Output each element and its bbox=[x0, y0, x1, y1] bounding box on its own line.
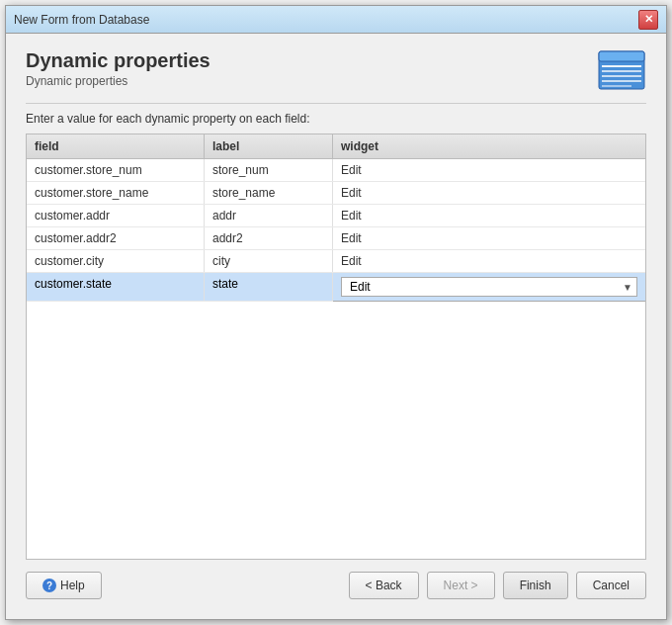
cell-widget: Edit bbox=[333, 227, 645, 249]
header-separator bbox=[26, 103, 646, 104]
svg-rect-2 bbox=[602, 65, 641, 67]
footer: ? Help < Back Next > Finish Cancel bbox=[26, 560, 646, 607]
back-button[interactable]: < Back bbox=[349, 572, 419, 599]
help-icon: ? bbox=[42, 579, 56, 592]
next-button[interactable]: Next > bbox=[427, 572, 495, 599]
table-header: field label widget bbox=[27, 134, 645, 159]
header-section: Dynamic properties Dynamic properties bbox=[26, 49, 646, 91]
main-window: New Form from Database ✕ Dynamic propert… bbox=[5, 5, 667, 620]
cell-widget: Edit bbox=[333, 205, 645, 226]
cell-field: customer.store_num bbox=[27, 159, 205, 181]
finish-label: Finish bbox=[520, 579, 551, 592]
close-button[interactable]: ✕ bbox=[638, 10, 658, 30]
table-body: customer.store_num store_num Edit custom… bbox=[27, 159, 645, 302]
header-text: Dynamic properties Dynamic properties bbox=[26, 49, 210, 88]
page-subtitle: Dynamic properties bbox=[26, 74, 210, 88]
back-label: < Back bbox=[366, 579, 402, 592]
cell-field: customer.city bbox=[27, 250, 205, 272]
cancel-label: Cancel bbox=[593, 579, 630, 592]
title-bar: New Form from Database ✕ bbox=[6, 6, 666, 34]
page-title: Dynamic properties bbox=[26, 49, 210, 72]
cell-widget: Edit bbox=[333, 159, 645, 181]
cell-widget: Edit bbox=[333, 182, 645, 204]
content-area: Dynamic properties Dynamic properties En… bbox=[6, 34, 666, 619]
table-row[interactable]: customer.addr addr Edit bbox=[27, 205, 645, 227]
next-label: Next > bbox=[444, 579, 478, 592]
table-row[interactable]: customer.store_num store_num Edit bbox=[27, 159, 645, 182]
header-icon bbox=[597, 49, 646, 91]
cell-field: customer.addr bbox=[27, 205, 205, 226]
col-field: field bbox=[27, 134, 205, 158]
cell-label: state bbox=[205, 273, 333, 301]
help-label: Help bbox=[60, 579, 85, 592]
window-title: New Form from Database bbox=[14, 13, 638, 27]
cell-label: addr2 bbox=[205, 227, 333, 249]
widget-dropdown-cell[interactable]: Edit ▼ ButtonEdit CheckBox ComboBox Date… bbox=[333, 273, 645, 301]
svg-rect-1 bbox=[599, 51, 644, 61]
cell-label: store_name bbox=[205, 182, 333, 204]
dropdown-arrow-icon: ▼ bbox=[623, 282, 632, 293]
data-table: field label widget customer.store_num st… bbox=[26, 134, 646, 560]
svg-rect-6 bbox=[602, 85, 631, 87]
col-widget: widget bbox=[333, 134, 645, 158]
help-button[interactable]: ? Help bbox=[26, 572, 102, 599]
cell-field: customer.store_name bbox=[27, 182, 205, 204]
table-row-selected[interactable]: customer.state state Edit ▼ ButtonEdit C… bbox=[27, 273, 645, 302]
table-row[interactable]: customer.store_name store_name Edit bbox=[27, 182, 645, 205]
svg-rect-3 bbox=[602, 70, 641, 72]
cell-label: addr bbox=[205, 205, 333, 226]
cell-label: store_num bbox=[205, 159, 333, 181]
cell-field: customer.addr2 bbox=[27, 227, 205, 249]
cancel-button[interactable]: Cancel bbox=[576, 572, 646, 599]
dropdown-selected-value: Edit bbox=[350, 280, 371, 294]
finish-button[interactable]: Finish bbox=[503, 572, 568, 599]
svg-rect-5 bbox=[602, 80, 641, 82]
widget-dropdown-list[interactable]: ButtonEdit CheckBox ComboBox DateEdit Ed… bbox=[333, 301, 645, 302]
widget-dropdown-trigger[interactable]: Edit ▼ bbox=[341, 277, 637, 297]
cell-field: customer.state bbox=[27, 273, 205, 301]
cell-label: city bbox=[205, 250, 333, 272]
footer-left: ? Help bbox=[26, 572, 102, 599]
svg-rect-4 bbox=[602, 75, 641, 77]
footer-right: < Back Next > Finish Cancel bbox=[349, 572, 646, 599]
instruction-text: Enter a value for each dynamic property … bbox=[26, 112, 646, 126]
col-label: label bbox=[205, 134, 333, 158]
table-row[interactable]: customer.addr2 addr2 Edit bbox=[27, 227, 645, 250]
cell-widget: Edit bbox=[333, 250, 645, 272]
table-row[interactable]: customer.city city Edit bbox=[27, 250, 645, 273]
